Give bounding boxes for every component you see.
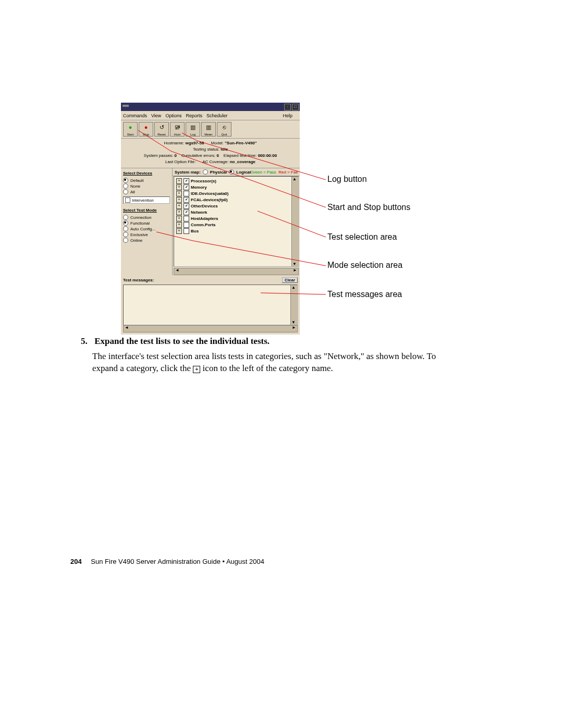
radio-icon xyxy=(123,220,128,226)
stop-icon: ● xyxy=(144,124,148,130)
tree-other[interactable]: +OtherDevices xyxy=(176,203,296,209)
step-5: 5. Expand the test lists to see the indi… xyxy=(81,336,456,375)
radio-none[interactable]: None xyxy=(123,183,170,189)
testing-status-value: idle xyxy=(221,147,228,152)
radio-icon xyxy=(123,238,128,243)
legend: Green = Pass Red = Fail xyxy=(251,170,298,175)
system-map-panel: System map: Physical Logical Green = Pas… xyxy=(172,168,300,275)
checkbox-icon[interactable] xyxy=(183,209,189,215)
quit-button[interactable]: ⎋Quit xyxy=(217,122,231,137)
step-number: 5. xyxy=(81,336,92,347)
menubar: Commands View Options Reports Scheduler … xyxy=(121,111,300,120)
tree-bus[interactable]: +Bus xyxy=(176,228,296,234)
meter-button[interactable]: ▥Meter xyxy=(201,122,216,137)
radio-all[interactable]: All xyxy=(123,189,170,194)
expand-icon[interactable]: + xyxy=(176,216,182,221)
select-devices-header: Select Devices xyxy=(123,171,170,176)
vscrollbar[interactable] xyxy=(291,177,298,266)
logical-label: Logical xyxy=(236,170,251,175)
expand-icon[interactable]: + xyxy=(176,228,182,234)
tree-memory[interactable]: +Memory xyxy=(176,184,296,190)
toolbar: ●Start ●Stop ↺Reset 🖳Host ▥Log ▥Meter ⎋Q… xyxy=(121,120,300,139)
hscrollbar[interactable] xyxy=(123,325,298,332)
radio-physical[interactable] xyxy=(203,169,208,175)
checkbox-icon[interactable] xyxy=(183,197,189,203)
expand-icon[interactable]: + xyxy=(176,197,182,203)
radio-autoconfig[interactable]: Auto Config... xyxy=(123,226,170,231)
vscrollbar[interactable] xyxy=(290,285,297,325)
tree-ide[interactable]: +IDE-Devices(uata0) xyxy=(176,191,296,196)
stop-button[interactable]: ●Stop xyxy=(139,122,153,137)
checkbox-icon[interactable] xyxy=(183,222,189,228)
checkbox-icon[interactable] xyxy=(183,191,189,196)
log-icon: ▥ xyxy=(190,124,195,131)
clear-button[interactable]: Clear xyxy=(282,277,298,283)
start-button[interactable]: ●Start xyxy=(123,122,138,137)
tree-processors[interactable]: +Processor(s) xyxy=(176,178,296,184)
expand-icon[interactable]: + xyxy=(176,178,182,184)
test-messages-box xyxy=(123,285,298,325)
menu-scheduler[interactable]: Scheduler xyxy=(206,113,228,118)
radio-functional[interactable]: Functional xyxy=(123,220,170,226)
status-panel: Hostname: wgs97-58 Model: "Sun-Fire-V490… xyxy=(121,139,300,168)
host-button[interactable]: 🖳Host xyxy=(170,122,185,137)
checkbox-icon[interactable] xyxy=(183,178,189,184)
footer-text: Sun Fire V490 Server Administration Guid… xyxy=(91,558,264,565)
tree-fcal[interactable]: +FCAL-devices(fp0) xyxy=(176,197,296,203)
page-number: 204 xyxy=(70,558,82,565)
menu-help[interactable]: Help xyxy=(283,113,292,118)
expand-icon[interactable]: + xyxy=(176,209,182,215)
tree-network[interactable]: +Network xyxy=(176,209,296,215)
checkbox-icon[interactable] xyxy=(183,216,189,221)
quit-icon: ⎋ xyxy=(223,124,226,130)
checkbox-icon[interactable] xyxy=(183,228,189,234)
radio-icon xyxy=(123,232,128,237)
start-icon: ● xyxy=(129,124,132,130)
expand-icon[interactable]: + xyxy=(176,191,182,196)
checkbox-intervention[interactable]: Intervention xyxy=(123,196,170,204)
callout-modeselection: Mode selection area xyxy=(327,261,402,270)
menu-commands[interactable]: Commands xyxy=(123,113,147,118)
expand-icon[interactable]: + xyxy=(176,184,182,190)
radio-exclusive[interactable]: Exclusive xyxy=(123,232,170,237)
physical-label: Physical xyxy=(210,170,227,175)
errors-value: 0 xyxy=(216,153,218,158)
model-value: "Sun-Fire-V490" xyxy=(225,141,256,145)
menu-reports[interactable]: Reports xyxy=(186,113,202,118)
expand-icon[interactable]: + xyxy=(176,222,182,228)
reset-button[interactable]: ↺Reset xyxy=(154,122,169,137)
radio-logical[interactable] xyxy=(229,169,234,175)
hscrollbar[interactable] xyxy=(174,268,299,275)
radio-online[interactable]: Online xyxy=(123,238,170,243)
callout-testmessages: Test messages area xyxy=(327,290,402,299)
test-messages-label: Test messages: xyxy=(123,278,154,282)
checkbox-icon xyxy=(125,198,130,203)
callout-testselection: Test selection area xyxy=(327,232,397,242)
plus-icon: + xyxy=(193,366,200,373)
radio-connection[interactable]: Connection xyxy=(123,215,170,220)
passes-label: System passes: xyxy=(144,153,173,158)
log-button[interactable]: ▥Log xyxy=(186,122,200,137)
meter-icon: ▥ xyxy=(206,124,211,131)
step-body: The interface's test selection area list… xyxy=(92,351,456,375)
radio-icon xyxy=(123,178,128,183)
tree-commports[interactable]: +Comm.Ports xyxy=(176,222,296,228)
checkbox-icon[interactable] xyxy=(183,184,189,190)
page-footer: 204 Sun Fire V490 Server Administration … xyxy=(70,558,264,565)
sunvts-window: · □ Commands View Options Reports Schedu… xyxy=(121,103,300,326)
system-map-header: System map: Physical Logical Green = Pas… xyxy=(173,168,300,176)
expand-icon[interactable]: + xyxy=(176,203,182,209)
menu-view[interactable]: View xyxy=(151,113,161,118)
radio-default[interactable]: Default xyxy=(123,178,170,183)
tree-hostadapters[interactable]: +HostAdapters xyxy=(176,216,296,221)
maximize-icon[interactable]: □ xyxy=(292,104,299,110)
left-panel: Select Devices Default None All Interven… xyxy=(121,168,172,275)
window-menu-icon[interactable] xyxy=(123,105,129,107)
minimize-icon[interactable]: · xyxy=(284,104,291,110)
menu-options[interactable]: Options xyxy=(165,113,181,118)
accov-label: AC Coverage: xyxy=(202,159,228,164)
checkbox-icon[interactable] xyxy=(183,203,189,209)
testing-status-label: Testing status: xyxy=(193,147,219,152)
step-title: Expand the test lists to see the individ… xyxy=(94,336,270,346)
radio-icon xyxy=(123,189,128,194)
